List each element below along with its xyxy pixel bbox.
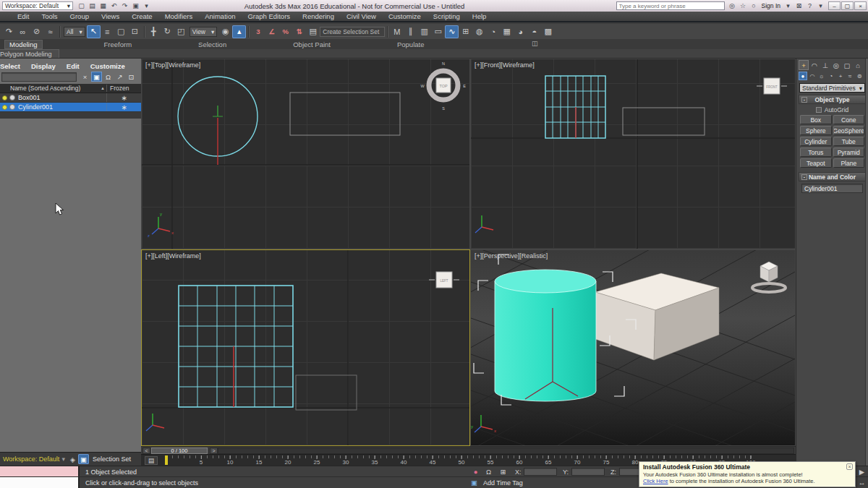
exchange-apps-icon[interactable]: ⊠: [793, 1, 804, 10]
box-object[interactable]: [595, 273, 719, 360]
new-file-icon[interactable]: ▢: [76, 1, 87, 10]
minimize-button[interactable]: –: [828, 1, 841, 10]
current-frame-marker[interactable]: [165, 455, 168, 465]
maxscript-listener-white[interactable]: [0, 477, 80, 488]
snap-toggle-3d-icon[interactable]: 3: [251, 25, 265, 38]
close-icon[interactable]: ×: [846, 463, 853, 470]
primitive-button[interactable]: Pyramid: [833, 147, 865, 157]
primitive-button[interactable]: Cylinder: [800, 137, 832, 146]
open-file-icon[interactable]: ▤: [87, 1, 98, 10]
render-preset-icon[interactable]: ▩: [541, 25, 555, 38]
menu-item[interactable]: Animation: [205, 12, 235, 20]
lock-explorer-icon[interactable]: Ω: [103, 72, 114, 82]
frozen-snowflake-icon[interactable]: ∗: [106, 103, 141, 111]
primitive-button[interactable]: Box: [800, 115, 832, 124]
search-communities-icon[interactable]: ◎: [727, 1, 738, 10]
window-crossing-icon[interactable]: ⊡: [128, 25, 142, 38]
bind-to-spacewarp-icon[interactable]: ≈: [43, 25, 57, 38]
select-scale-icon[interactable]: ◰: [174, 25, 188, 38]
primitive-button[interactable]: Teapot: [800, 158, 832, 168]
collapse-icon[interactable]: -: [801, 174, 807, 180]
menu-item[interactable]: Create: [132, 12, 153, 20]
menu-item[interactable]: Tools: [41, 12, 57, 20]
restore-button[interactable]: ▢: [841, 1, 854, 10]
menu-item[interactable]: Modifiers: [165, 12, 193, 20]
reference-coordinate-dropdown[interactable]: View ▾: [190, 27, 218, 37]
autogrid-checkbox[interactable]: [816, 107, 822, 113]
save-file-icon[interactable]: ▦: [98, 1, 109, 10]
search-input[interactable]: [616, 1, 725, 10]
project-folder-icon[interactable]: ▣: [130, 1, 141, 10]
ribbon-tab[interactable]: Freeform: [99, 40, 137, 49]
scene-undo-icon[interactable]: ◈: [67, 454, 78, 464]
cylinder-object[interactable]: [495, 270, 596, 401]
schematic-view-icon[interactable]: ⊞: [459, 25, 472, 38]
favorites-icon[interactable]: ☆: [738, 1, 749, 10]
scene-explorer-menu-item[interactable]: Customize: [90, 62, 125, 70]
motion-tab-icon[interactable]: ◎: [831, 60, 841, 70]
viewcube-left[interactable]: LEFT: [429, 272, 459, 288]
cylinder-wireframe-left[interactable]: [179, 286, 293, 407]
render-production-icon[interactable]: ◕: [514, 25, 527, 38]
select-manipulate-icon[interactable]: ▴: [232, 25, 246, 38]
curve-editor-icon[interactable]: ∿: [445, 25, 459, 38]
viewcube-front[interactable]: FRONT: [757, 78, 787, 94]
maxscript-listener-pink[interactable]: [0, 466, 80, 477]
percent-snap-icon[interactable]: %: [278, 25, 292, 38]
profile-icon[interactable]: ○: [749, 1, 760, 10]
primitives-dropdown[interactable]: Standard Primitives ▾: [799, 83, 865, 93]
menu-item[interactable]: Edit: [17, 12, 29, 20]
scene-explorer-menu-item[interactable]: Select: [0, 62, 20, 70]
absolute-offset-icon[interactable]: ⊞: [498, 467, 509, 476]
unlink-selection-icon[interactable]: ⊘: [30, 25, 43, 38]
close-button[interactable]: ×: [854, 1, 867, 10]
box-wireframe-front[interactable]: [623, 108, 705, 135]
create-tab-icon[interactable]: +: [799, 60, 809, 70]
menu-item[interactable]: Graph Editors: [247, 12, 290, 20]
render-setup-icon[interactable]: ◔: [486, 25, 500, 38]
ribbon-tab[interactable]: Selection: [193, 40, 231, 49]
primitive-button[interactable]: Cone: [833, 115, 865, 124]
viewport-perspective[interactable]: [+][Perspective][Realistic]: [471, 250, 795, 445]
viewport-front[interactable]: [+][Front][Wireframe]: [471, 59, 795, 249]
viewport-perspective-label[interactable]: [+][Perspective][Realistic]: [475, 252, 548, 260]
box-wireframe-top[interactable]: [290, 93, 400, 135]
scene-explorer-menu-item[interactable]: Edit: [67, 62, 80, 70]
hierarchy-tab-icon[interactable]: ⊥: [820, 60, 830, 70]
helpers-category-icon[interactable]: +: [836, 72, 845, 80]
object-name-field[interactable]: Cylinder001: [801, 184, 863, 193]
modify-tab-icon[interactable]: ◠: [809, 60, 820, 70]
object-type-rollout-header[interactable]: - Object Type: [799, 95, 866, 104]
time-slider-track[interactable]: [218, 448, 794, 454]
help-menu-icon[interactable]: ▾: [815, 1, 826, 10]
cameras-category-icon[interactable]: ◔: [827, 72, 835, 80]
render-iterative-icon[interactable]: ◓: [527, 25, 541, 38]
material-editor-icon[interactable]: ◍: [472, 25, 486, 38]
previous-frame-button[interactable]: <: [142, 448, 150, 454]
scene-explorer-menu-item[interactable]: Display: [31, 62, 56, 70]
pick-parent-icon[interactable]: ↗: [114, 72, 125, 82]
next-frame-button[interactable]: >: [210, 448, 218, 454]
frozen-snowflake-icon[interactable]: ∗: [106, 93, 141, 102]
primitive-button[interactable]: Tube: [833, 137, 865, 146]
clear-search-icon[interactable]: ×: [80, 72, 90, 82]
visibility-bulb-icon[interactable]: [2, 95, 7, 100]
ribbon-tab[interactable]: Object Paint: [288, 40, 336, 49]
collapse-icon[interactable]: -: [801, 97, 807, 103]
mirror-icon[interactable]: M: [390, 25, 404, 38]
primitive-button[interactable]: Torus: [800, 147, 832, 157]
menu-item[interactable]: Rendering: [302, 12, 334, 20]
layer-manager-icon[interactable]: ▥: [417, 25, 431, 38]
display-tab-icon[interactable]: ▢: [842, 60, 852, 70]
isolate-selection-icon[interactable]: ●: [470, 467, 481, 476]
y-coordinate-field[interactable]: [571, 468, 605, 476]
ribbon-media-icon[interactable]: ◫: [532, 40, 538, 47]
workspace-selector[interactable]: Workspace: Default: [0, 455, 59, 463]
align-icon[interactable]: ∥: [404, 25, 417, 38]
sign-in-button[interactable]: Sign In: [762, 2, 780, 9]
scene-explorer-search-input[interactable]: [1, 72, 77, 82]
shapes-category-icon[interactable]: ◠: [808, 72, 817, 80]
menu-item[interactable]: Group: [70, 12, 89, 20]
manage-layers-icon[interactable]: ▣: [78, 454, 89, 464]
primitive-button[interactable]: GeoSphere: [833, 126, 865, 135]
